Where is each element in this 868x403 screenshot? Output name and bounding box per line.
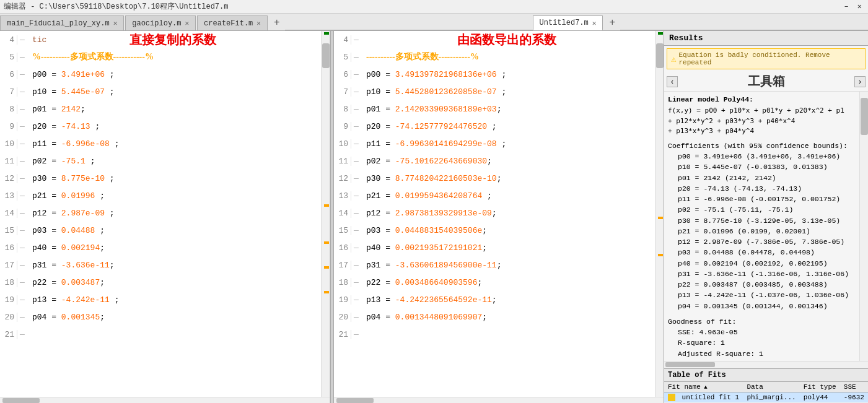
coeff-p11: p11 = -6.996e-08 (-0.001752, 0.001752): [668, 194, 856, 204]
left-editor-body: 直接复制的系数 4 — tic 5 — %----------多项式系数----…: [0, 31, 330, 397]
scroll-marker-orange-right-1: [658, 217, 663, 219]
table-row[interactable]: untitled fit 1 phi_margi... poly44 -9632: [664, 392, 868, 402]
tab-add-button[interactable]: +: [269, 15, 285, 30]
left-code-area[interactable]: 直接复制的系数 4 — tic 5 — %----------多项式系数----…: [0, 31, 321, 397]
warning-icon: ⚠: [671, 54, 676, 64]
toolbar-nav-right[interactable]: ›: [854, 76, 866, 87]
code-line-10: 10 — p11 = -6.996e-08 ;: [0, 135, 321, 152]
right-code-line-12: 12 — p30 = 8.774820422160503e-10;: [334, 170, 655, 187]
scroll-marker-green-left: [324, 32, 329, 35]
editor-label: 编辑器 - C:\Users\59118\Desktop\7.10程序\Unti…: [4, 1, 228, 12]
code-line-8: 8 — p01 = 2142;: [0, 100, 321, 118]
results-horizontal-scrollbar[interactable]: [664, 361, 868, 368]
fits-table-header-row: Fit name Data Fit type SSE: [664, 382, 868, 392]
goodness-rsquare: R-square: 1: [668, 337, 856, 348]
fit-name-cell: untitled fit 1: [664, 392, 743, 402]
code-line-11: 11 — p02 = -75.1 ;: [0, 152, 321, 170]
right-editor-body: 由函数导出的系数 4 — 5 — ----------多项式系数--------…: [334, 31, 664, 397]
tab-close-main[interactable]: ✕: [113, 19, 118, 27]
toolbar-back-button[interactable]: ‹: [667, 76, 678, 87]
tab-main-fiducial[interactable]: main_Fiducial_ploy_xy.m ✕: [0, 15, 124, 30]
coeff-p10: p10 = 5.445e-07 (-0.01383, 0.01383): [668, 162, 856, 172]
scroll-marker-green-right: [658, 32, 663, 35]
left-h-scroll-thumb[interactable]: [2, 398, 40, 403]
code-line-17: 17 — p31 = -3.636e-11;: [0, 256, 321, 274]
code-line-16: 16 — p40 = 0.002194;: [0, 239, 321, 256]
coeff-p31: p31 = -3.636e-11 (-1.316e-06, 1.316e-06): [668, 269, 856, 279]
scroll-marker-orange-right-2: [658, 254, 663, 256]
coeff-p22: p22 = 0.003487 (0.003485, 0.003488): [668, 279, 856, 290]
coeff-p20: p20 = -74.13 (-74.13, -74.13): [668, 183, 856, 194]
results-scroll-thumb[interactable]: [861, 98, 868, 135]
fit-type-cell: poly44: [800, 392, 840, 402]
code-line-7: 7 — p10 = 5.445e-07 ;: [0, 83, 321, 100]
scroll-marker-orange-left-3: [324, 266, 329, 269]
coeff-p01: p01 = 2142 (2142, 2142): [668, 173, 856, 183]
tab-createfit[interactable]: createFit.m ✕: [197, 15, 268, 30]
top-bar-title: 编辑器 - C:\Users\59118\Desktop\7.10程序\Unti…: [4, 1, 228, 12]
results-vertical-scrollbar[interactable]: [859, 92, 868, 361]
tab-add-right-button[interactable]: +: [604, 15, 620, 30]
left-scroll-thumb[interactable]: [322, 43, 330, 68]
tab-gaociploy[interactable]: gaociploy.m ✕: [125, 15, 196, 30]
col-fit-name[interactable]: Fit name: [664, 382, 743, 392]
scroll-marker-orange-left-2: [324, 241, 329, 244]
right-code-area[interactable]: 由函数导出的系数 4 — 5 — ----------多项式系数--------…: [334, 31, 655, 397]
model-title: Linear model Poly44:: [668, 94, 856, 105]
right-editor: 由函数导出的系数 4 — 5 — ----------多项式系数--------…: [334, 31, 664, 403]
right-scroll-thumb[interactable]: [656, 43, 664, 68]
left-horizontal-scrollbar[interactable]: [0, 397, 330, 403]
model-formula3: + p13*x*y^3 + p04*y^4: [668, 126, 856, 137]
coeff-p13: p13 = -4.242e-11 (-1.037e-06, 1.036e-06): [668, 290, 856, 300]
code-line-20: 20 — p04 = 0.001345;: [0, 308, 321, 326]
goodness-adj-rsquare: Adjusted R-square: 1: [668, 349, 856, 359]
tab-close-createfit[interactable]: ✕: [256, 19, 261, 27]
model-formula: f(x,y) = p00 + p10*x + p01*y + p20*x^2 +…: [668, 106, 856, 116]
right-code-line-5: 5 — ----------多项式系数-----------%: [334, 48, 655, 66]
fits-table: Fit name Data Fit type SSE untitled fit …: [664, 382, 868, 403]
coeff-p40: p40 = 0.002194 (0.002192, 0.002195): [668, 258, 856, 269]
right-code-line-10: 10 — p11 = -6.99630141694299e-08 ;: [334, 135, 655, 152]
close-button[interactable]: ✕: [855, 2, 864, 11]
code-line-12: 12 — p30 = 8.775e-10 ;: [0, 170, 321, 187]
right-h-scroll-thumb[interactable]: [336, 398, 374, 403]
code-line-5: 5 — %----------多项式系数-----------%: [0, 48, 321, 66]
left-editor: 直接复制的系数 4 — tic 5 — %----------多项式系数----…: [0, 31, 330, 403]
model-formula2: + p12*x*y^2 + p03*y^3 + p40*x^4: [668, 116, 856, 127]
right-vertical-scrollbar[interactable]: [655, 31, 664, 397]
goodness-header: Goodness of fit:: [668, 316, 856, 327]
col-sse[interactable]: SSE: [840, 382, 868, 392]
toolbar-forward-button[interactable]: ›: [854, 76, 866, 87]
results-body[interactable]: Linear model Poly44: f(x,y) = p00 + p10*…: [664, 92, 859, 361]
goodness-sse: SSE: 4.963e-05: [668, 327, 856, 337]
top-bar-controls[interactable]: – ✕: [842, 2, 864, 11]
coeff-p04: p04 = 0.001345 (0.001344, 0.001346): [668, 301, 856, 311]
results-warning-text: Equation is badly conditioned. Remove re…: [678, 51, 861, 66]
right-code-line-4: 4 —: [334, 31, 655, 48]
right-horizontal-scrollbar[interactable]: [334, 397, 664, 403]
right-code-line-13: 13 — p21 = 0.0199594364208764 ;: [334, 187, 655, 204]
col-fit-type[interactable]: Fit type: [800, 382, 840, 392]
coeff-p00: p00 = 3.491e+06 (3.491e+06, 3.491e+06): [668, 151, 856, 162]
tab-close-gaociploy[interactable]: ✕: [185, 19, 189, 27]
coeff-p02: p02 = -75.1 (-75.11, -75.1): [668, 204, 856, 215]
tab-close-untitled7[interactable]: ✕: [592, 19, 597, 27]
right-code-line-7: 7 — p10 = 5.445280123620858e-07 ;: [334, 83, 655, 100]
right-code-line-19: 19 — p13 = -4.2422365564592e-11;: [334, 291, 655, 308]
left-vertical-scrollbar[interactable]: [321, 31, 330, 397]
main-layout: 直接复制的系数 4 — tic 5 — %----------多项式系数----…: [0, 31, 868, 403]
fit-data-cell: phi_margi...: [743, 392, 799, 402]
coeff-p03: p03 = 0.04488 (0.04478, 0.04498): [668, 247, 856, 258]
table-of-fits: Table of Fits Fit name Data Fit type SSE: [664, 368, 868, 403]
right-code-line-11: 11 — p02 = -75.101622643669030;: [334, 152, 655, 170]
scroll-marker-orange-left-1: [324, 204, 329, 207]
coeff-p12: p12 = 2.987e-09 (-7.386e-05, 7.386e-05): [668, 236, 856, 247]
tab-untitled7[interactable]: Untitled7.m ✕: [533, 15, 603, 30]
results-header: Results: [664, 31, 868, 46]
scroll-marker-orange-left-4: [324, 291, 329, 293]
results-h-scroll-thumb[interactable]: [665, 362, 715, 367]
coeff-p30: p30 = 8.775e-10 (-3.129e-05, 3.13e-05): [668, 215, 856, 226]
minimize-button[interactable]: –: [842, 2, 851, 11]
col-data[interactable]: Data: [743, 382, 799, 392]
toolbar-nav-left[interactable]: ‹: [667, 76, 678, 87]
